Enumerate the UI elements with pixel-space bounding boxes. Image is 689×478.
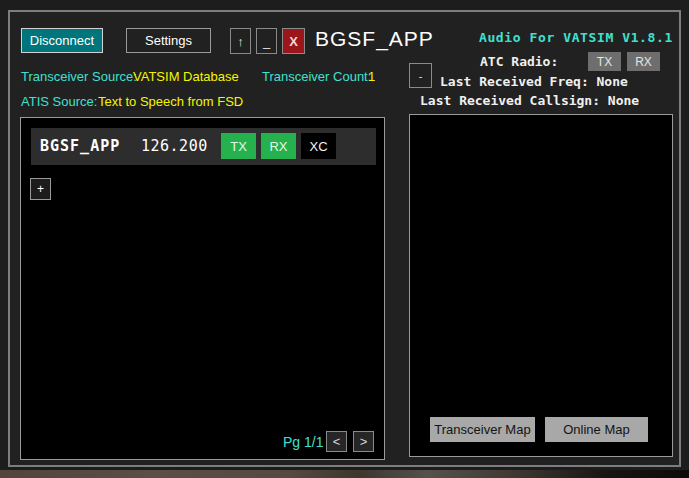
radio-tx-button[interactable]: TX bbox=[221, 133, 256, 159]
add-transceiver-button[interactable]: + bbox=[30, 178, 51, 200]
app-version-label: Audio For VATSIM V1.8.1 bbox=[479, 30, 673, 45]
disconnect-button[interactable]: Disconnect bbox=[21, 28, 103, 53]
transceiver-count-label: Transceiver Count: bbox=[262, 69, 371, 84]
desktop-edge bbox=[0, 470, 689, 478]
window-title: BGSF_APP bbox=[315, 27, 434, 51]
last-received-freq-value: None bbox=[597, 74, 628, 89]
last-received-callsign-label: Last Received Callsign: bbox=[420, 93, 600, 108]
transceiver-source-label: Transceiver Source: bbox=[21, 69, 137, 84]
last-received-freq-label: Last Received Freq: bbox=[440, 74, 589, 89]
radio-row-callsign: BGSF_APP bbox=[40, 128, 120, 165]
transceiver-map-button[interactable]: Transceiver Map bbox=[430, 417, 535, 442]
last-received-callsign-value: None bbox=[608, 93, 639, 108]
last-received-callsign: Last Received Callsign: None bbox=[420, 93, 639, 108]
next-page-button[interactable]: > bbox=[353, 431, 374, 452]
radio-row-frequency: 126.200 bbox=[141, 128, 208, 165]
collapse-button[interactable]: - bbox=[409, 63, 432, 88]
radio-xc-button[interactable]: XC bbox=[301, 133, 336, 159]
settings-button[interactable]: Settings bbox=[126, 28, 211, 53]
online-map-button[interactable]: Online Map bbox=[545, 417, 648, 442]
page-indicator: Pg 1/1 bbox=[283, 434, 323, 450]
radio-rx-button[interactable]: RX bbox=[261, 133, 296, 159]
atis-source-label: ATIS Source: bbox=[21, 94, 97, 109]
radio-list-panel bbox=[20, 117, 385, 460]
atc-rx-button[interactable]: RX bbox=[627, 52, 660, 71]
transceiver-count-value: 1 bbox=[368, 69, 375, 84]
atc-tx-button[interactable]: TX bbox=[588, 52, 621, 71]
transceiver-source-value: VATSIM Database bbox=[133, 69, 239, 84]
atis-source-value: Text to Speech from FSD bbox=[98, 94, 243, 109]
up-arrow-button[interactable]: ↑ bbox=[230, 28, 251, 54]
minimize-button[interactable]: _ bbox=[256, 28, 277, 54]
map-panel bbox=[409, 114, 673, 457]
prev-page-button[interactable]: < bbox=[326, 431, 347, 452]
close-button[interactable]: X bbox=[282, 28, 305, 54]
atc-radio-label: ATC Radio: bbox=[480, 54, 558, 69]
last-received-freq: Last Received Freq: None bbox=[440, 74, 628, 89]
